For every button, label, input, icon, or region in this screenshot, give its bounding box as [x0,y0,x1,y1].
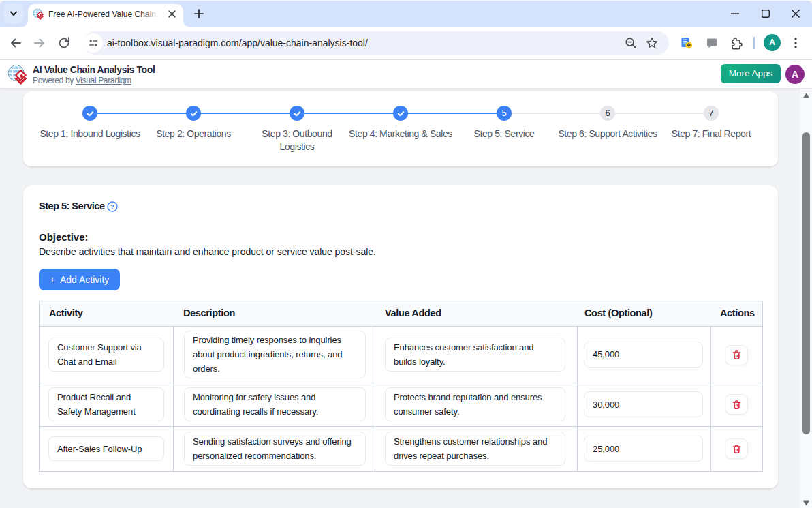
svg-text:?: ? [110,203,114,210]
